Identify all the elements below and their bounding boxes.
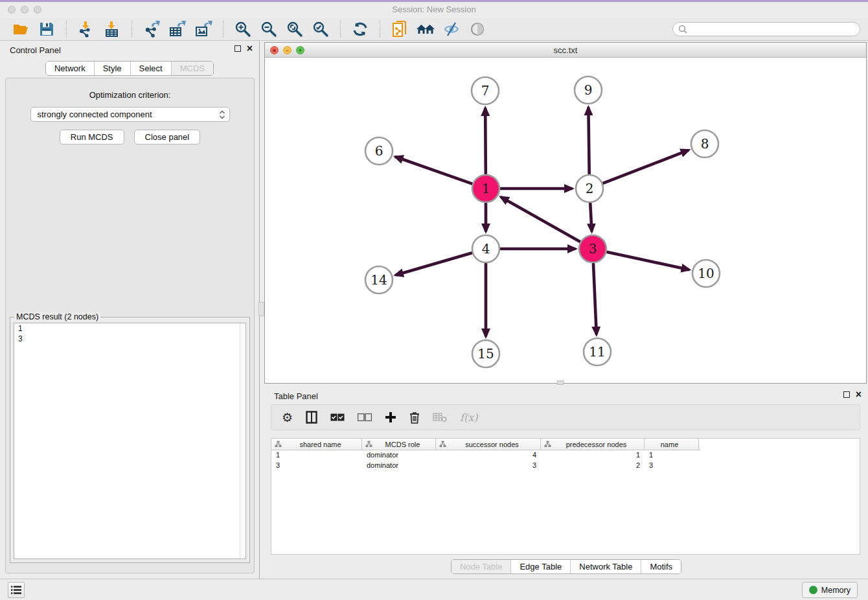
delete-column-button[interactable] <box>409 411 420 424</box>
import-table-button[interactable] <box>102 19 122 39</box>
memory-button[interactable]: Memory <box>802 582 858 598</box>
export-network-button[interactable] <box>141 19 162 39</box>
search-icon <box>678 25 687 34</box>
table-settings-button[interactable]: ⚙ <box>282 411 293 424</box>
tab-mcds[interactable]: MCDS <box>171 62 213 75</box>
control-panel: Control Panel × NetworkStyleSelectMCDS O… <box>0 41 260 579</box>
table-cell: 4 <box>436 450 541 461</box>
memory-status-icon <box>809 586 817 594</box>
node-label-9: 9 <box>584 82 593 98</box>
edge-3-10[interactable] <box>607 252 688 270</box>
delete-table-button[interactable] <box>433 412 447 422</box>
hide-selected-icon[interactable] <box>441 19 462 39</box>
result-line: 1 <box>14 323 246 334</box>
node-label-4: 4 <box>482 241 490 257</box>
criterion-value: strongly connected component <box>38 110 219 119</box>
edge-3-11[interactable] <box>593 264 597 334</box>
apply-layout-button[interactable] <box>350 19 371 39</box>
table-cell: 3 <box>645 461 699 471</box>
edge-4-14[interactable] <box>396 253 472 275</box>
table-cell: 3 <box>271 461 362 471</box>
dropdown-stepper-icon <box>219 110 225 120</box>
attribute-icon <box>439 441 446 448</box>
column-header-shared-name[interactable]: shared name <box>271 439 362 450</box>
task-history-button[interactable] <box>8 582 25 598</box>
vertical-split-grip[interactable] <box>258 302 264 316</box>
edge-2-8[interactable] <box>603 150 687 183</box>
edge-1-7[interactable] <box>485 109 486 174</box>
criterion-dropdown[interactable]: strongly connected component <box>30 107 230 122</box>
save-session-button[interactable] <box>36 19 57 39</box>
node-table[interactable]: shared nameMCDS rolesuccessor nodesprede… <box>271 438 860 555</box>
tab-network-table[interactable]: Network Table <box>570 560 641 573</box>
mcds-result-text[interactable]: 13 <box>14 323 246 559</box>
column-header-mcds-role[interactable]: MCDS role <box>362 439 436 450</box>
column-header-name[interactable]: name <box>645 439 699 450</box>
network-window-title: scc.txt <box>265 45 866 55</box>
search-field[interactable] <box>672 22 860 36</box>
float-table-panel-icon[interactable] <box>843 391 850 398</box>
tab-node-table[interactable]: Node Table <box>451 560 511 573</box>
attribute-icon <box>544 441 551 448</box>
gear-icon: ⚙ <box>282 411 293 424</box>
table-row[interactable]: 3dominator323 <box>271 461 860 471</box>
control-panel-header: Control Panel × <box>0 41 259 58</box>
tab-edge-table[interactable]: Edge Table <box>510 560 570 573</box>
node-label-14: 14 <box>371 272 387 288</box>
node-label-6: 6 <box>375 143 383 159</box>
tab-motifs[interactable]: Motifs <box>641 560 681 573</box>
close-panel-button[interactable]: Close panel <box>134 130 201 144</box>
close-table-panel-icon[interactable]: × <box>856 391 862 398</box>
toolbar-separator <box>340 21 341 38</box>
column-header-predecessor-nodes[interactable]: predecessor nodes <box>541 439 645 450</box>
result-scrollbar[interactable] <box>240 323 246 559</box>
run-mcds-button[interactable]: Run MCDS <box>60 130 124 144</box>
delete-table-icon <box>433 412 447 422</box>
main-toolbar <box>0 18 868 41</box>
table-cell: dominator <box>362 461 436 471</box>
add-column-button[interactable] <box>385 411 396 423</box>
toolbar-separator <box>131 21 132 38</box>
export-table-button[interactable] <box>167 19 188 39</box>
zoom-in-button[interactable] <box>233 19 253 39</box>
table-row[interactable]: 1dominator411 <box>271 450 860 461</box>
deselect-all-button[interactable] <box>358 413 372 421</box>
node-label-15: 15 <box>477 346 494 362</box>
home-button[interactable] <box>415 19 436 39</box>
edge-1-6[interactable] <box>396 157 472 183</box>
node-label-7: 7 <box>481 83 490 98</box>
tab-network[interactable]: Network <box>46 62 94 75</box>
edge-2-3[interactable] <box>590 203 591 231</box>
network-view-window: × − + scc.txt 7968124314101511 <box>264 42 867 384</box>
mcds-result-group: MCDS result (2 nodes) 13 <box>10 317 250 563</box>
tab-style[interactable]: Style <box>94 62 130 75</box>
float-panel-icon[interactable] <box>234 45 241 52</box>
clone-network-button[interactable] <box>389 19 410 39</box>
open-session-button[interactable] <box>10 19 31 39</box>
zoom-selected-button[interactable] <box>310 19 331 39</box>
node-label-10: 10 <box>698 266 714 281</box>
import-network-button[interactable] <box>76 19 97 39</box>
table-panel: Table Panel × ⚙ <box>264 387 868 576</box>
close-panel-icon[interactable]: × <box>247 45 253 52</box>
zoom-fit-button[interactable] <box>284 19 305 39</box>
table-cell: 1 <box>541 450 645 461</box>
optimization-criterion-label: Optimization criterion: <box>6 90 254 100</box>
search-input[interactable] <box>691 25 854 34</box>
column-header-successor-nodes[interactable]: successor nodes <box>436 439 541 450</box>
checked-boxes-icon <box>330 413 345 421</box>
show-selected-icon[interactable] <box>467 19 488 39</box>
show-columns-button[interactable] <box>306 411 317 424</box>
tab-select[interactable]: Select <box>130 62 171 75</box>
function-builder-button[interactable]: f(x) <box>460 411 477 424</box>
edge-2-9[interactable] <box>588 108 589 174</box>
export-image-button[interactable] <box>193 19 214 39</box>
network-window-titlebar: × − + scc.txt <box>265 43 866 58</box>
network-canvas[interactable]: 7968124314101511 <box>265 58 866 383</box>
horizontal-split-grip[interactable] <box>557 380 564 385</box>
table-toolbar: ⚙ f(x) <box>271 404 860 430</box>
select-all-button[interactable] <box>330 413 345 421</box>
zoom-out-button[interactable] <box>258 19 279 39</box>
edge-3-1[interactable] <box>501 198 580 242</box>
toolbar-separator <box>380 21 380 38</box>
